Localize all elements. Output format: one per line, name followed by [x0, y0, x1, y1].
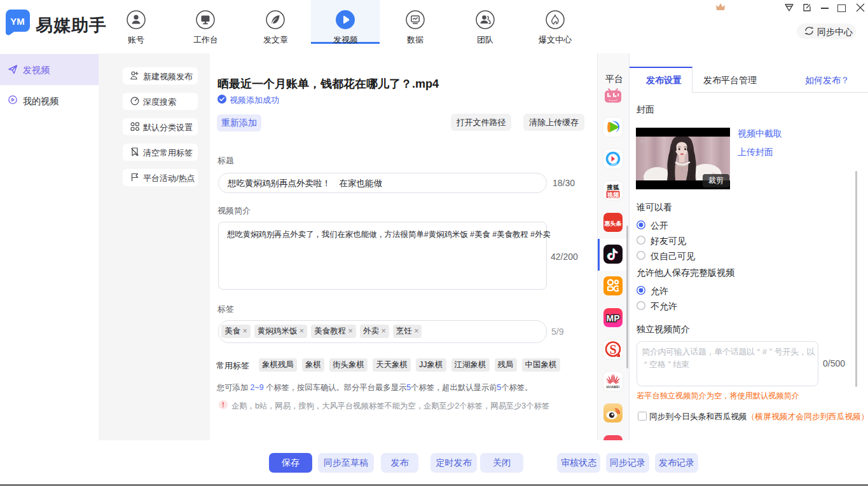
- svg-text:HUAWEI: HUAWEI: [607, 386, 620, 389]
- svg-text:MP: MP: [607, 313, 620, 323]
- svg-text:搜狐: 搜狐: [607, 184, 620, 191]
- svg-text:爱豆: 爱豆: [640, 139, 648, 144]
- svg-text:YM: YM: [10, 16, 25, 27]
- svg-text:惠头条: 惠头条: [604, 220, 622, 227]
- svg-text:!: !: [222, 402, 224, 408]
- svg-text:S: S: [609, 342, 616, 356]
- svg-text:视频: 视频: [607, 191, 620, 198]
